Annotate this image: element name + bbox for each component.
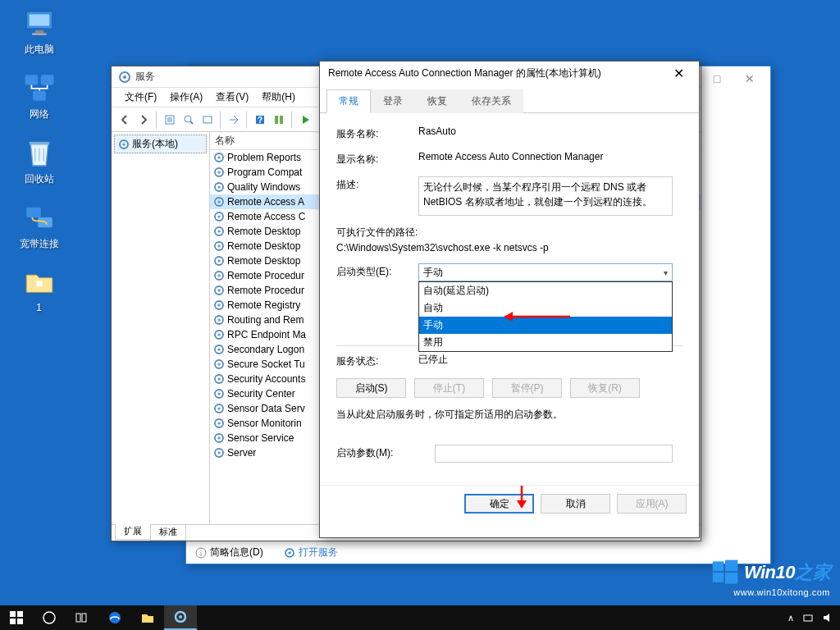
desktop-icon-label: 宽带连接 (8, 237, 70, 251)
watermark-url: www.win10xitong.com (711, 587, 830, 597)
start-button[interactable] (296, 111, 314, 129)
foot-tab-extended[interactable]: 扩展 (115, 524, 151, 540)
apply-button: 应用(A) (617, 494, 687, 514)
svg-text:?: ? (258, 116, 262, 125)
menu-file[interactable]: 文件(F) (118, 89, 163, 106)
svg-rect-80 (76, 614, 80, 622)
task-view-button[interactable] (66, 605, 98, 630)
gear-icon (213, 388, 225, 399)
gear-icon (213, 432, 225, 444)
taskbar-edge[interactable] (98, 605, 131, 630)
maximize-button[interactable]: □ (701, 66, 733, 91)
gear-icon (213, 255, 225, 267)
svg-point-62 (218, 437, 221, 440)
svg-rect-10 (36, 281, 42, 286)
label-service-status: 服务状态: (336, 353, 418, 368)
tab-logon[interactable]: 登录 (371, 89, 415, 113)
gear-icon (213, 344, 225, 355)
cancel-button[interactable]: 取消 (541, 494, 610, 514)
toolbar-btn-1[interactable] (161, 111, 179, 129)
cortana-button[interactable] (33, 605, 66, 630)
svg-point-38 (218, 260, 221, 262)
taskbar-explorer[interactable] (131, 605, 164, 630)
annotation-arrow-1 (492, 308, 574, 325)
pc-icon (21, 4, 57, 41)
svg-rect-76 (17, 611, 23, 617)
tray-chevron-up[interactable]: ∧ (788, 613, 794, 623)
desktop-icon-network[interactable]: 网络 (8, 69, 70, 121)
svg-rect-18 (275, 116, 278, 124)
combo-option-auto-delayed[interactable]: 自动(延迟启动) (419, 282, 672, 299)
svg-point-48 (218, 334, 221, 336)
menu-action[interactable]: 操作(A) (163, 89, 209, 106)
help-button[interactable]: ? (251, 111, 269, 129)
tree-pane[interactable]: 服务(本地) (112, 132, 210, 524)
tab-dependencies[interactable]: 依存关系 (459, 89, 523, 113)
label-display-name: 显示名称: (336, 151, 418, 167)
tab-recovery[interactable]: 恢复 (415, 89, 459, 113)
gear-icon (284, 547, 295, 559)
tab-general[interactable]: 常规 (326, 89, 371, 113)
desktop-icon-folder-1[interactable]: 1 (8, 263, 70, 313)
svg-point-40 (218, 275, 221, 277)
gear-icon (213, 418, 225, 429)
description-box[interactable]: 无论什么时候，当某个程序引用一个远程 DNS 或者 NetBIOS 名称或者地址… (418, 176, 673, 216)
gear-icon (213, 329, 225, 340)
start-menu-button[interactable] (0, 605, 33, 630)
toolbar-btn-4[interactable] (225, 111, 243, 129)
menu-view[interactable]: 查看(V) (209, 89, 255, 106)
gear-icon (118, 139, 130, 150)
desktop-icon-broadband[interactable]: 宽带连接 (8, 199, 70, 251)
svg-point-22 (123, 143, 126, 145)
desktop-icon-label: 1 (8, 302, 70, 313)
gear-icon (213, 270, 225, 281)
toolbar-btn-2[interactable] (180, 111, 198, 129)
combo-option-disabled[interactable]: 禁用 (419, 334, 672, 351)
svg-point-36 (218, 245, 221, 248)
taskbar-services[interactable] (164, 605, 197, 630)
toolbar-btn-6[interactable] (270, 111, 288, 129)
close-icon[interactable]: ✕ (666, 66, 691, 81)
broadband-icon (21, 199, 57, 235)
tree-services-local[interactable]: 服务(本地) (114, 135, 207, 153)
startup-type-combo[interactable]: 手动 ▾ (418, 263, 673, 281)
volume-tray-icon[interactable] (822, 612, 833, 623)
desktop-icon-recycle-bin[interactable]: 回收站 (8, 134, 70, 186)
forward-button[interactable] (135, 111, 153, 129)
stop-service-button: 停止(T) (414, 378, 484, 398)
desktop-icon-this-pc[interactable]: 此电脑 (8, 4, 70, 57)
svg-point-56 (218, 393, 221, 395)
close-button[interactable]: ✕ (733, 66, 766, 91)
svg-point-46 (218, 319, 221, 322)
svg-point-79 (43, 612, 55, 623)
gear-icon (213, 285, 225, 296)
toolbar-btn-3[interactable] (199, 111, 217, 129)
dialog-titlebar[interactable]: Remote Access Auto Connection Manager 的属… (320, 62, 699, 84)
svg-rect-75 (10, 611, 16, 617)
svg-point-54 (218, 378, 221, 381)
gear-icon (213, 447, 225, 459)
open-services-link[interactable]: 打开服务 (299, 546, 338, 559)
gear-icon (213, 373, 225, 385)
foot-tab-standard[interactable]: 标准 (150, 525, 186, 541)
footer-info: i 简略信息(D) 打开服务 (195, 546, 338, 559)
svg-point-50 (218, 349, 221, 351)
gear-icon (213, 226, 225, 237)
gear-icon (213, 240, 225, 252)
label-start-params: 启动参数(M): (336, 445, 435, 460)
desktop-icon-label: 网络 (8, 107, 70, 121)
svg-rect-72 (725, 560, 737, 572)
gear-icon (213, 167, 225, 178)
svg-point-60 (218, 422, 221, 425)
network-tray-icon[interactable] (802, 612, 814, 623)
back-button[interactable] (116, 111, 134, 129)
svg-rect-73 (713, 573, 724, 582)
watermark: Win10之家 www.win10xitong.com (711, 559, 830, 597)
svg-point-42 (218, 290, 221, 292)
start-service-button[interactable]: 启动(S) (336, 378, 406, 398)
gear-icon (213, 196, 225, 208)
svg-rect-71 (713, 561, 724, 571)
svg-rect-19 (280, 116, 283, 124)
menu-help[interactable]: 帮助(H) (255, 89, 302, 106)
start-params-input[interactable] (435, 445, 673, 463)
